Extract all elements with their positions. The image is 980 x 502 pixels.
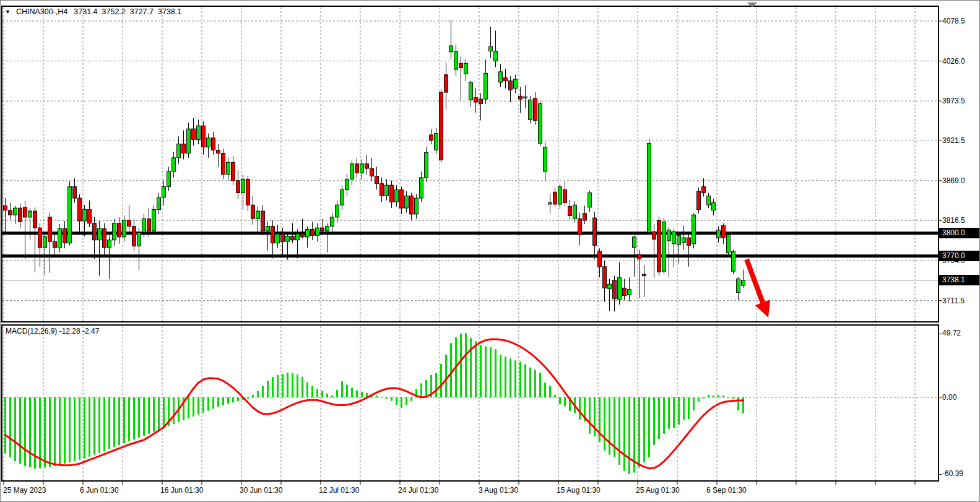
ohlc-low: 3727.7	[130, 7, 154, 16]
chart-ohlc-header: ▼ CHINA300-,H4 3731.4 3752.2 3727.7 3738…	[5, 7, 181, 16]
time-axis-label: 3 Aug 01:30	[479, 486, 518, 495]
ohlc-close: 3738.1	[158, 7, 181, 16]
sell-signal-arrow[interactable]	[747, 259, 764, 306]
time-axis-label: 6 Jun 01:30	[80, 486, 119, 495]
macd-scale-top: 49.72	[942, 329, 961, 337]
price-axis-label: 4026.0	[942, 57, 965, 66]
price-axis-label: 3711.5	[942, 296, 965, 305]
time-axis-label: 25 May 2023	[3, 486, 46, 495]
price-level-badge: 3770.0	[939, 251, 979, 261]
price-axis-label: 3973.5	[942, 97, 965, 105]
macd-indicator-label: MACD(12,26,9) -12.28 -2.47	[6, 327, 99, 335]
time-axis-label: 6 Sep 01:30	[706, 486, 747, 495]
price-axis-label: 3921.5	[942, 136, 965, 145]
price-level-badge: 3738.1	[939, 275, 979, 285]
time-axis-label: 30 Jun 01:30	[240, 486, 282, 495]
price-level-badge: 3800.0	[939, 228, 979, 238]
ohlc-open: 3731.4	[74, 7, 97, 16]
price-axis-label: 3869.0	[942, 176, 965, 185]
time-axis-label: 25 Aug 01:30	[636, 486, 680, 495]
price-axis-label: 3816.5	[942, 216, 965, 225]
macd-scale-zero: 0.00	[942, 393, 956, 402]
symbol-period-label: CHINA300-,H4	[16, 7, 67, 16]
time-axis-label: 24 Jul 01:30	[398, 486, 438, 495]
time-axis-label: 15 Aug 01:30	[557, 486, 601, 495]
symbol-dropdown-icon[interactable]: ▼	[5, 9, 11, 15]
macd-scale-bottom: -60.39	[942, 469, 963, 478]
price-axis-label: 4078.5	[942, 17, 965, 25]
time-axis-label: 16 Jun 01:30	[160, 486, 203, 495]
trading-chart-window: ▼ CHINA300-,H4 3731.4 3752.2 3727.7 3738…	[0, 0, 980, 502]
ohlc-high: 3752.2	[102, 7, 126, 16]
chart-canvas[interactable]	[1, 1, 980, 502]
time-axis-label: 12 Jul 01:30	[319, 486, 359, 495]
